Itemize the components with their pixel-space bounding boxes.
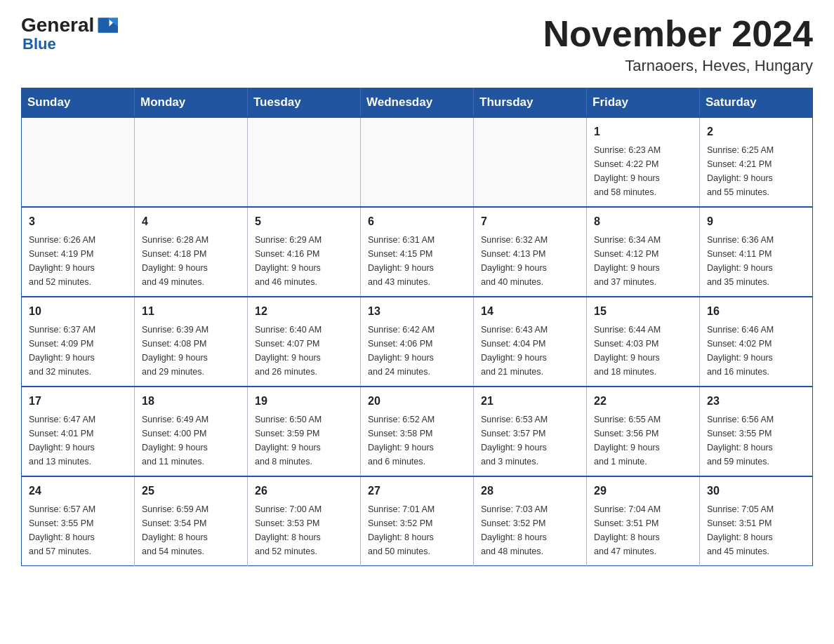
calendar-cell: 9Sunrise: 6:36 AM Sunset: 4:11 PM Daylig… bbox=[700, 207, 813, 297]
day-number: 17 bbox=[29, 393, 127, 410]
calendar-cell: 18Sunrise: 6:49 AM Sunset: 4:00 PM Dayli… bbox=[135, 387, 248, 476]
calendar-week-row: 3Sunrise: 6:26 AM Sunset: 4:19 PM Daylig… bbox=[22, 207, 813, 297]
day-info: Sunrise: 7:00 AM Sunset: 3:53 PM Dayligh… bbox=[255, 502, 353, 558]
day-info: Sunrise: 6:49 AM Sunset: 4:00 PM Dayligh… bbox=[142, 412, 240, 469]
day-info: Sunrise: 6:59 AM Sunset: 3:54 PM Dayligh… bbox=[142, 502, 240, 558]
day-info: Sunrise: 6:36 AM Sunset: 4:11 PM Dayligh… bbox=[707, 233, 805, 289]
calendar-cell: 7Sunrise: 6:32 AM Sunset: 4:13 PM Daylig… bbox=[474, 207, 587, 297]
day-info: Sunrise: 6:44 AM Sunset: 4:03 PM Dayligh… bbox=[594, 323, 692, 379]
day-info: Sunrise: 6:26 AM Sunset: 4:19 PM Dayligh… bbox=[29, 233, 127, 289]
day-number: 3 bbox=[29, 213, 127, 230]
day-number: 15 bbox=[594, 303, 692, 320]
day-number: 29 bbox=[594, 483, 692, 499]
day-info: Sunrise: 6:31 AM Sunset: 4:15 PM Dayligh… bbox=[368, 233, 466, 289]
day-number: 25 bbox=[142, 483, 240, 499]
day-info: Sunrise: 6:43 AM Sunset: 4:04 PM Dayligh… bbox=[481, 323, 579, 379]
day-number: 10 bbox=[29, 303, 127, 320]
calendar-cell: 3Sunrise: 6:26 AM Sunset: 4:19 PM Daylig… bbox=[22, 207, 135, 297]
calendar-cell: 13Sunrise: 6:42 AM Sunset: 4:06 PM Dayli… bbox=[361, 297, 474, 387]
calendar-cell bbox=[361, 117, 474, 207]
day-number: 28 bbox=[481, 483, 579, 499]
day-info: Sunrise: 7:04 AM Sunset: 3:51 PM Dayligh… bbox=[594, 502, 692, 558]
day-info: Sunrise: 6:32 AM Sunset: 4:13 PM Dayligh… bbox=[481, 233, 579, 289]
calendar-week-row: 10Sunrise: 6:37 AM Sunset: 4:09 PM Dayli… bbox=[22, 297, 813, 387]
day-number: 12 bbox=[255, 303, 353, 320]
day-number: 1 bbox=[594, 123, 692, 140]
calendar-cell: 26Sunrise: 7:00 AM Sunset: 3:53 PM Dayli… bbox=[248, 476, 361, 566]
day-info: Sunrise: 6:40 AM Sunset: 4:07 PM Dayligh… bbox=[255, 323, 353, 379]
calendar-cell: 23Sunrise: 6:56 AM Sunset: 3:55 PM Dayli… bbox=[700, 387, 813, 476]
day-info: Sunrise: 7:03 AM Sunset: 3:52 PM Dayligh… bbox=[481, 502, 579, 558]
month-title: November 2024 bbox=[543, 14, 813, 54]
day-number: 26 bbox=[255, 483, 353, 499]
calendar-cell: 20Sunrise: 6:52 AM Sunset: 3:58 PM Dayli… bbox=[361, 387, 474, 476]
logo-general-text: General bbox=[21, 15, 94, 35]
calendar-cell: 19Sunrise: 6:50 AM Sunset: 3:59 PM Dayli… bbox=[248, 387, 361, 476]
day-number: 30 bbox=[707, 483, 805, 499]
day-info: Sunrise: 6:56 AM Sunset: 3:55 PM Dayligh… bbox=[707, 412, 805, 469]
day-info: Sunrise: 6:53 AM Sunset: 3:57 PM Dayligh… bbox=[481, 412, 579, 469]
calendar-cell: 1Sunrise: 6:23 AM Sunset: 4:22 PM Daylig… bbox=[587, 117, 700, 207]
calendar-cell: 24Sunrise: 6:57 AM Sunset: 3:55 PM Dayli… bbox=[22, 476, 135, 566]
day-number: 22 bbox=[594, 393, 692, 410]
day-number: 14 bbox=[481, 303, 579, 320]
day-info: Sunrise: 7:05 AM Sunset: 3:51 PM Dayligh… bbox=[707, 502, 805, 558]
day-info: Sunrise: 6:23 AM Sunset: 4:22 PM Dayligh… bbox=[594, 143, 692, 199]
day-info: Sunrise: 6:55 AM Sunset: 3:56 PM Dayligh… bbox=[594, 412, 692, 469]
calendar-cell: 8Sunrise: 6:34 AM Sunset: 4:12 PM Daylig… bbox=[587, 207, 700, 297]
weekday-header-thursday: Thursday bbox=[474, 88, 587, 118]
title-section: November 2024 Tarnaoers, Heves, Hungary bbox=[543, 14, 813, 75]
day-info: Sunrise: 6:25 AM Sunset: 4:21 PM Dayligh… bbox=[707, 143, 805, 199]
calendar-cell: 21Sunrise: 6:53 AM Sunset: 3:57 PM Dayli… bbox=[474, 387, 587, 476]
location-text: Tarnaoers, Heves, Hungary bbox=[543, 57, 813, 75]
calendar-cell bbox=[22, 117, 135, 207]
calendar-cell: 22Sunrise: 6:55 AM Sunset: 3:56 PM Dayli… bbox=[587, 387, 700, 476]
calendar-cell: 28Sunrise: 7:03 AM Sunset: 3:52 PM Dayli… bbox=[474, 476, 587, 566]
page-header: General Blue November 2024 Tarnaoers, He… bbox=[21, 14, 813, 75]
day-info: Sunrise: 6:37 AM Sunset: 4:09 PM Dayligh… bbox=[29, 323, 127, 379]
calendar-cell: 17Sunrise: 6:47 AM Sunset: 4:01 PM Dayli… bbox=[22, 387, 135, 476]
calendar-cell: 29Sunrise: 7:04 AM Sunset: 3:51 PM Dayli… bbox=[587, 476, 700, 566]
calendar-cell: 16Sunrise: 6:46 AM Sunset: 4:02 PM Dayli… bbox=[700, 297, 813, 387]
day-number: 19 bbox=[255, 393, 353, 410]
calendar-cell: 10Sunrise: 6:37 AM Sunset: 4:09 PM Dayli… bbox=[22, 297, 135, 387]
weekday-header-tuesday: Tuesday bbox=[248, 88, 361, 118]
day-info: Sunrise: 6:57 AM Sunset: 3:55 PM Dayligh… bbox=[29, 502, 127, 558]
day-number: 13 bbox=[368, 303, 466, 320]
calendar-header-row: SundayMondayTuesdayWednesdayThursdayFrid… bbox=[22, 88, 813, 118]
weekday-header-wednesday: Wednesday bbox=[361, 88, 474, 118]
calendar-cell: 25Sunrise: 6:59 AM Sunset: 3:54 PM Dayli… bbox=[135, 476, 248, 566]
day-number: 5 bbox=[255, 213, 353, 230]
day-number: 16 bbox=[707, 303, 805, 320]
calendar-cell: 2Sunrise: 6:25 AM Sunset: 4:21 PM Daylig… bbox=[700, 117, 813, 207]
day-number: 2 bbox=[707, 123, 805, 140]
logo-arrow-icon bbox=[95, 14, 118, 36]
calendar-week-row: 17Sunrise: 6:47 AM Sunset: 4:01 PM Dayli… bbox=[22, 387, 813, 476]
day-number: 27 bbox=[368, 483, 466, 499]
day-info: Sunrise: 6:42 AM Sunset: 4:06 PM Dayligh… bbox=[368, 323, 466, 379]
calendar-cell: 12Sunrise: 6:40 AM Sunset: 4:07 PM Dayli… bbox=[248, 297, 361, 387]
calendar-cell: 27Sunrise: 7:01 AM Sunset: 3:52 PM Dayli… bbox=[361, 476, 474, 566]
day-info: Sunrise: 6:46 AM Sunset: 4:02 PM Dayligh… bbox=[707, 323, 805, 379]
day-number: 8 bbox=[594, 213, 692, 230]
calendar-cell: 5Sunrise: 6:29 AM Sunset: 4:16 PM Daylig… bbox=[248, 207, 361, 297]
day-number: 6 bbox=[368, 213, 466, 230]
day-number: 21 bbox=[481, 393, 579, 410]
day-number: 18 bbox=[142, 393, 240, 410]
day-number: 20 bbox=[368, 393, 466, 410]
day-number: 4 bbox=[142, 213, 240, 230]
day-number: 9 bbox=[707, 213, 805, 230]
logo: General Blue bbox=[21, 14, 118, 52]
calendar-cell bbox=[474, 117, 587, 207]
calendar-cell: 4Sunrise: 6:28 AM Sunset: 4:18 PM Daylig… bbox=[135, 207, 248, 297]
day-info: Sunrise: 6:28 AM Sunset: 4:18 PM Dayligh… bbox=[142, 233, 240, 289]
day-number: 23 bbox=[707, 393, 805, 410]
calendar-cell: 11Sunrise: 6:39 AM Sunset: 4:08 PM Dayli… bbox=[135, 297, 248, 387]
calendar-cell: 15Sunrise: 6:44 AM Sunset: 4:03 PM Dayli… bbox=[587, 297, 700, 387]
day-info: Sunrise: 6:47 AM Sunset: 4:01 PM Dayligh… bbox=[29, 412, 127, 469]
calendar-table: SundayMondayTuesdayWednesdayThursdayFrid… bbox=[21, 88, 813, 566]
calendar-week-row: 1Sunrise: 6:23 AM Sunset: 4:22 PM Daylig… bbox=[22, 117, 813, 207]
day-number: 24 bbox=[29, 483, 127, 499]
day-info: Sunrise: 6:29 AM Sunset: 4:16 PM Dayligh… bbox=[255, 233, 353, 289]
weekday-header-sunday: Sunday bbox=[22, 88, 135, 118]
